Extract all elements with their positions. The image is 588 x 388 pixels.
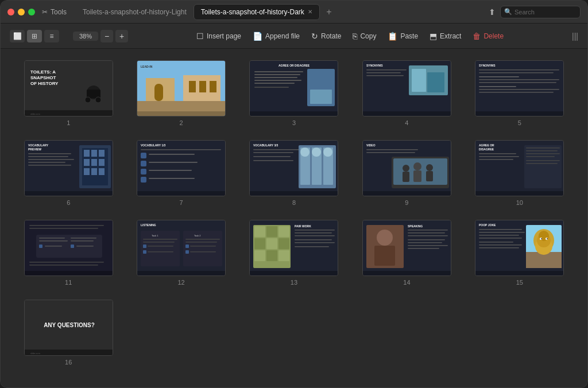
slide-item[interactable]: SYNONYMS 4: [356, 60, 457, 126]
slide-thumbnail: PAIR WORK: [249, 220, 338, 276]
svg-point-108: [426, 164, 433, 171]
slide-thumbnail: LEAD-IN: [137, 60, 226, 117]
svg-rect-132: [71, 240, 94, 242]
svg-rect-35: [366, 72, 401, 73]
svg-rect-154: [185, 245, 189, 248]
svg-rect-96: [253, 160, 293, 161]
svg-rect-148: [143, 245, 146, 248]
slide-thumbnail: SYNONYMS: [475, 60, 564, 117]
svg-rect-81: [141, 177, 146, 183]
svg-rect-189: [408, 248, 439, 249]
tab-light[interactable]: Toilets-a-snapshot-of-history-Light: [76, 4, 194, 20]
svg-point-104: [403, 165, 409, 172]
svg-rect-194: [479, 232, 525, 233]
toolbar-actions: ☐ Insert page 📄 Append file ↻ Rotate ⎘ C…: [130, 29, 570, 43]
svg-rect-75: [141, 153, 146, 158]
zoom-in-button[interactable]: +: [115, 30, 128, 42]
svg-rect-187: [408, 242, 442, 243]
svg-rect-188: [408, 245, 448, 246]
minimize-button[interactable]: [18, 9, 25, 15]
slide-item[interactable]: LEAD-IN 2: [130, 60, 231, 126]
search-box[interactable]: 🔍 Search: [500, 6, 581, 18]
slide-item[interactable]: LISTENING Task 1 Task 2: [130, 220, 231, 286]
svg-rect-110: [363, 191, 451, 196]
svg-rect-134: [45, 246, 62, 247]
slide-thumbnail: AGREE OR DISAGREE: [249, 60, 338, 117]
svg-rect-166: [278, 238, 289, 249]
slide-number: 6: [67, 199, 70, 206]
svg-point-208: [541, 238, 542, 239]
new-tab-button[interactable]: +: [322, 5, 336, 19]
svg-text:LISTENING: LISTENING: [141, 223, 156, 227]
svg-rect-28: [254, 87, 289, 88]
slide-number: 5: [518, 119, 521, 126]
svg-rect-195: [479, 235, 519, 236]
tab-dark[interactable]: Toilets-a-snapshot-of-history-Dark ✕: [194, 4, 320, 20]
svg-point-7: [95, 97, 101, 103]
svg-rect-56: [28, 156, 68, 157]
slide-item[interactable]: VOCABULARY 3/3: [243, 140, 345, 206]
svg-rect-80: [149, 170, 192, 171]
svg-text:VOCABULARY: VOCABULARY: [28, 143, 49, 147]
slide-thumbnail: [24, 220, 113, 276]
slide-item[interactable]: 11: [18, 220, 119, 286]
svg-rect-26: [254, 80, 301, 81]
slide-item[interactable]: SPEAKING 14: [356, 220, 457, 286]
search-icon: 🔍: [504, 8, 512, 15]
sidebar-toggle-btn[interactable]: ⬜: [10, 30, 25, 42]
insert-page-button[interactable]: ☐ Insert page: [191, 29, 247, 43]
svg-rect-68: [84, 168, 90, 175]
svg-rect-95: [253, 156, 291, 157]
svg-text:SNAPSHOT: SNAPSHOT: [30, 75, 56, 80]
svg-rect-115: [479, 156, 519, 157]
slide-number: 4: [405, 119, 408, 126]
right-sidebar-toggle[interactable]: |||: [572, 32, 578, 41]
tools-menu[interactable]: ✂ Tools: [42, 8, 67, 16]
svg-rect-72: [137, 141, 226, 196]
slide-item[interactable]: AGREE OR DISAGREE: [469, 140, 570, 206]
close-button[interactable]: [7, 9, 14, 15]
slide-item[interactable]: AGREE OR DISAGREE 3: [243, 60, 345, 126]
titlebar: ✂ Tools Toilets-a-snapshot-of-history-Li…: [1, 1, 587, 24]
fullscreen-button[interactable]: [28, 9, 35, 15]
extract-button[interactable]: ⬒ Extract: [424, 29, 467, 43]
paste-button[interactable]: 📋 Paste: [382, 29, 424, 43]
svg-rect-31: [250, 111, 338, 117]
tools-icon: ✂: [42, 8, 48, 16]
slide-item[interactable]: TOILETS: A SNAPSHOT OF HISTORY slide.com…: [18, 60, 119, 126]
grid-view-btn[interactable]: ⊞: [27, 30, 42, 42]
svg-rect-131: [71, 238, 96, 239]
list-view-btn[interactable]: ≡: [44, 30, 59, 42]
slide-number: 9: [405, 199, 408, 206]
svg-rect-40: [363, 111, 451, 117]
svg-rect-25: [254, 77, 297, 78]
svg-rect-162: [266, 226, 277, 237]
svg-rect-150: [143, 250, 146, 254]
svg-rect-176: [295, 246, 329, 247]
slide-item[interactable]: VOCABULARY 1/3 7: [130, 140, 231, 206]
slide-number: 8: [292, 199, 296, 206]
svg-rect-49: [479, 89, 559, 90]
tab-close-icon[interactable]: ✕: [308, 9, 312, 15]
zoom-out-button[interactable]: −: [100, 30, 113, 42]
slide-number: 1: [67, 119, 70, 126]
slide-item[interactable]: VOCABULARY PREVIEW: [18, 140, 119, 206]
rotate-button[interactable]: ↻ Rotate: [305, 29, 347, 43]
slide-item[interactable]: ANY QUESTIONS? slide.com 16: [18, 300, 119, 366]
svg-text:LEAD-IN: LEAD-IN: [141, 65, 153, 68]
slide-item[interactable]: POOP JOKE: [469, 220, 570, 286]
slide-number: 2: [180, 119, 183, 126]
svg-rect-67: [99, 159, 105, 166]
slide-item[interactable]: SYNONYMS 5: [469, 60, 570, 126]
copy-button[interactable]: ⎘ Copy: [347, 29, 382, 43]
svg-rect-186: [408, 239, 445, 240]
delete-button[interactable]: 🗑 Delete: [467, 29, 509, 43]
svg-text:VOCABULARY 3/3: VOCABULARY 3/3: [253, 143, 278, 147]
svg-rect-157: [190, 251, 216, 253]
append-file-button[interactable]: 📄 Append file: [247, 29, 305, 43]
slide-item[interactable]: VIDEO: [356, 140, 457, 206]
svg-rect-153: [185, 242, 217, 243]
svg-point-106: [413, 162, 421, 170]
slide-item[interactable]: PAIR WORK 13: [243, 220, 345, 286]
share-button[interactable]: ⬆: [489, 7, 496, 17]
